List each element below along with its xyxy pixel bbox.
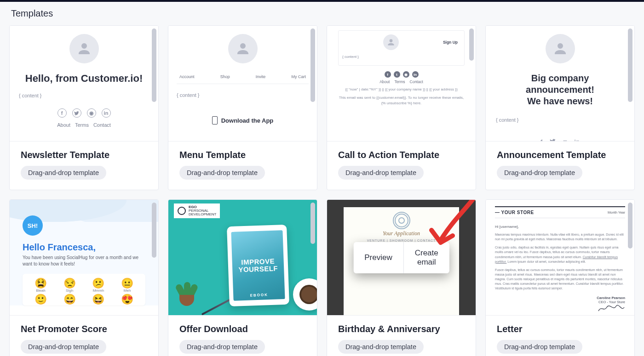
emoji-icon: 😍: [114, 294, 141, 305]
template-card-birthday[interactable]: Your Application VENTURE | SHOWROOM | CO…: [327, 199, 476, 356]
template-thumbnail: Your Application VENTURE | SHOWROOM | CO…: [327, 200, 476, 316]
signature: Caroline Pearson CEO - Your Store: [495, 296, 625, 313]
template-thumbnail: EGO PERSONAL DEVELOPMENT IMPROVE YOURSEL…: [168, 200, 317, 316]
plant-illustration: [175, 282, 199, 306]
template-thumbnail: SH! Hello Francesca, You have been using…: [10, 200, 158, 316]
preview-headline: We have news!: [527, 96, 593, 106]
template-card-nps[interactable]: SH! Hello Francesca, You have been using…: [9, 199, 159, 356]
template-title: Newsletter Template: [21, 150, 147, 160]
emoji-icon: 😐: [114, 278, 141, 288]
download-label: Download the App: [221, 117, 274, 124]
template-thumbnail: Sign Up { content } f t ◉ in About Terms…: [327, 26, 476, 141]
section-title: Templates: [9, 8, 635, 19]
template-thumbnail: — YOUR STORE Month Year Hi [username], M…: [486, 200, 634, 316]
template-title: Letter: [497, 324, 623, 334]
store-name: — YOUR STORE: [495, 210, 534, 215]
facebook-icon: f: [540, 138, 542, 141]
content-placeholder: { content }: [496, 117, 624, 123]
template-thumbnail: Hello, from Customer.io! { content } f ◉…: [10, 26, 158, 141]
template-title: Offer Download: [179, 324, 306, 334]
template-title: Net Promoter Score: [21, 324, 147, 334]
brand-badge: SH!: [23, 215, 43, 236]
template-type-badge: Drag-and-drop template: [338, 340, 424, 354]
template-type-badge: Drag-and-drop template: [497, 340, 582, 354]
preview-button[interactable]: Preview: [353, 242, 403, 273]
twitter-icon: [550, 138, 556, 141]
avatar-placeholder-icon: [546, 34, 575, 63]
emoji-icon: 🙂: [27, 294, 54, 305]
instagram-icon: ◉: [403, 71, 409, 78]
template-card-menu[interactable]: Account Shop Invite My Cart { content } …: [168, 25, 317, 190]
linkedin-icon: in: [412, 71, 419, 78]
thumbnail-scrollbar[interactable]: [628, 203, 632, 312]
signature-icon: [598, 305, 625, 313]
template-card-offer[interactable]: EGO PERSONAL DEVELOPMENT IMPROVE YOURSEL…: [168, 199, 317, 356]
template-title: Birthday & Anniversary: [338, 324, 465, 334]
template-type-badge: Drag-and-drop template: [497, 166, 582, 180]
ebook-label: EBOOK: [250, 293, 268, 298]
template-type-badge: Drag-and-drop template: [21, 340, 106, 354]
footer-link: Terms: [75, 122, 89, 128]
instagram-icon: ◉: [87, 108, 96, 118]
thumbnail-scrollbar[interactable]: [152, 28, 156, 138]
facebook-icon: f: [58, 108, 67, 118]
footer-link: Contact: [93, 122, 111, 128]
nav-item: Shop: [220, 74, 230, 79]
facebook-icon: f: [385, 71, 391, 78]
footer-link: About: [380, 79, 390, 84]
linkedin-icon: in: [574, 138, 580, 141]
greeting: Hello Francesca,: [23, 242, 145, 253]
unsubscribe-line: This email was sent to {{customer.email}…: [338, 95, 465, 106]
template-title: Menu Template: [179, 150, 306, 160]
signup-button: Sign Up: [440, 40, 460, 45]
thumbnail-scrollbar[interactable]: [469, 28, 474, 138]
template-card-cta[interactable]: Sign Up { content } f t ◉ in About Terms…: [327, 25, 476, 190]
template-type-badge: Drag-and-drop template: [21, 166, 106, 180]
thumbnail-scrollbar[interactable]: [310, 28, 315, 138]
nav-item: My Cart: [292, 74, 306, 79]
template-type-badge: Drag-and-drop template: [338, 166, 424, 180]
linkedin-icon: in: [102, 108, 111, 118]
body-text: You have been using SocialHug for over a…: [23, 254, 145, 267]
template-type-badge: Drag-and-drop template: [179, 340, 265, 354]
template-thumbnail: Big company announcement! We have news! …: [486, 26, 634, 141]
create-email-button[interactable]: Create email: [403, 242, 449, 273]
nav-item: Account: [179, 74, 195, 79]
template-thumbnail: Account Shop Invite My Cart { content } …: [168, 26, 317, 141]
ebook-title: IMPROVE YOURSELF: [232, 257, 284, 273]
greeting: Hi [username],: [495, 225, 625, 229]
template-title: Announcement Template: [497, 150, 623, 160]
footer-link: Contact: [410, 79, 423, 84]
nav-item: Invite: [256, 74, 266, 79]
emoji-icon: 😕: [85, 278, 112, 288]
thumbnail-scrollbar[interactable]: [152, 203, 156, 312]
preview-headline: Hello, from Customer.io!: [19, 73, 149, 85]
paragraph: Cras justo odio, dapibus ac facilisis in…: [495, 245, 625, 264]
emoji-icon: 😒: [56, 278, 83, 288]
twitter-icon: t: [394, 71, 400, 78]
template-type-badge: Drag-and-drop template: [179, 166, 265, 180]
hover-actions: Preview Create email: [353, 242, 449, 273]
templates-grid: Hello, from Customer.io! { content } f ◉…: [9, 25, 635, 356]
thumbnail-scrollbar[interactable]: [628, 28, 632, 138]
twitter-icon: [72, 108, 81, 118]
brand-logo: EGO PERSONAL DEVELOPMENT: [174, 203, 220, 218]
preview-headline: Big company announcement!: [526, 73, 594, 95]
avatar-placeholder-icon: [69, 34, 99, 63]
emoji-icon: 😫: [27, 278, 54, 288]
template-card-newsletter[interactable]: Hello, from Customer.io! { content } f ◉…: [9, 25, 159, 190]
content-placeholder: { content }: [19, 93, 149, 98]
emoji-icon: 😄: [56, 294, 83, 305]
avatar-placeholder-icon: [383, 34, 399, 50]
avatar-placeholder-icon: [228, 34, 258, 63]
paragraph: Fusce dapibus, tellus ac cursus commodo,…: [495, 268, 625, 291]
template-card-announcement[interactable]: Big company announcement! We have news! …: [485, 25, 635, 190]
emoji-icon: 😆: [85, 294, 112, 305]
date-label: Month Year: [608, 210, 625, 215]
content-placeholder: { content }: [177, 92, 309, 98]
thumbnail-scrollbar[interactable]: [310, 203, 315, 312]
phone-icon: [212, 116, 218, 124]
instagram-icon: ◘: [563, 138, 567, 141]
template-card-letter[interactable]: — YOUR STORE Month Year Hi [username], M…: [485, 199, 635, 356]
tablet-illustration: IMPROVE YOURSELF EBOOK: [227, 225, 289, 306]
